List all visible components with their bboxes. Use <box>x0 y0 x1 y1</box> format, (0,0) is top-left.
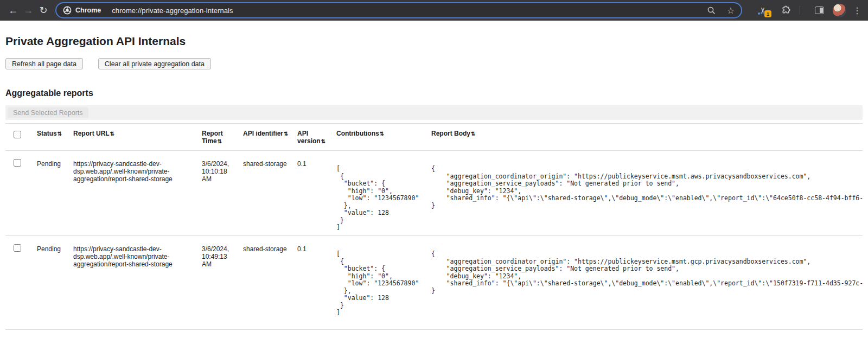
row-checkbox[interactable] <box>14 244 21 252</box>
site-label: Chrome <box>75 7 101 14</box>
url-text[interactable]: chrome://private-aggregation-internals <box>112 7 233 15</box>
header-contributions[interactable]: Contributions⇅ <box>336 124 431 151</box>
reload-button[interactable]: ↻ <box>36 3 51 18</box>
zoom-icon[interactable] <box>707 6 716 15</box>
status-cell: Pending <box>37 151 73 236</box>
screenshot-extension-button[interactable]: ✂ 1 <box>756 3 770 18</box>
back-icon: ← <box>8 5 18 16</box>
sort-icon: ⇅ <box>471 131 475 137</box>
report-body-cell: { "aggregation_coordinator_origin": "htt… <box>431 236 863 330</box>
report-url-cell: https://privacy-sandcastle-dev-dsp.web.a… <box>73 151 202 236</box>
header-report-body[interactable]: Report Body⇅ <box>431 124 863 151</box>
aggregatable-reports-heading: Aggregatable reports <box>5 88 868 98</box>
forward-button[interactable]: → <box>21 3 36 18</box>
back-button[interactable]: ← <box>5 3 21 18</box>
header-report-url[interactable]: Report URL⇅ <box>73 124 202 151</box>
select-all-checkbox[interactable] <box>14 131 21 138</box>
contributions-cell: [ { "bucket": { "high": "0", "low": "123… <box>336 236 431 330</box>
table-toolbar: Send Selected Reports <box>5 105 863 120</box>
report-body-json: { "aggregation_coordinator_origin": "htt… <box>431 165 863 209</box>
side-panel-icon <box>815 7 824 14</box>
profile-avatar[interactable] <box>833 4 846 17</box>
sort-icon: ⇅ <box>218 138 222 144</box>
header-report-time[interactable]: Report Time⇅ <box>202 124 243 151</box>
table-row: Pending https://privacy-sandcastle-dev-d… <box>5 236 863 330</box>
reload-icon: ↻ <box>39 4 47 16</box>
contributions-json: [ { "bucket": { "high": "0", "low": "123… <box>336 251 423 317</box>
browser-menu-button[interactable]: ⋮ <box>852 5 863 16</box>
bookmark-star-icon[interactable]: ☆ <box>727 5 735 16</box>
row-checkbox[interactable] <box>14 159 21 167</box>
reports-table: Status⇅ Report URL⇅ Report Time⇅ API ide… <box>5 123 863 330</box>
api-identifier-cell: shared-storage <box>243 236 297 330</box>
toolbar-separator <box>800 6 800 15</box>
clear-all-button[interactable]: Clear all private aggregation data <box>98 58 211 69</box>
extensions-button[interactable] <box>778 3 792 18</box>
contributions-json: [ { "bucket": { "high": "0", "low": "123… <box>336 165 423 232</box>
report-time-cell: 3/6/2024, 10:10:18 AM <box>202 151 243 236</box>
table-row: Pending https://privacy-sandcastle-dev-d… <box>5 151 863 236</box>
api-version-cell: 0.1 <box>297 236 336 330</box>
sort-icon: ⇅ <box>321 138 326 144</box>
refresh-all-button[interactable]: Refresh all page data <box>5 58 83 69</box>
contributions-cell: [ { "bucket": { "high": "0", "low": "123… <box>336 151 431 236</box>
api-identifier-cell: shared-storage <box>243 151 297 236</box>
browser-toolbar: ← → ↻ Chrome chrome://private-aggregatio… <box>0 0 868 21</box>
header-api-identifier[interactable]: API identifier⇅ <box>243 124 297 151</box>
puzzle-icon <box>780 5 790 16</box>
sort-icon: ⇅ <box>58 131 62 137</box>
scissors-blue-dot <box>758 12 760 15</box>
api-version-cell: 0.1 <box>297 151 336 236</box>
status-cell: Pending <box>37 236 73 330</box>
page-title: Private Aggregation API Internals <box>5 35 868 48</box>
send-selected-reports-button[interactable]: Send Selected Reports <box>8 107 88 118</box>
table-header-row: Status⇅ Report URL⇅ Report Time⇅ API ide… <box>5 124 863 151</box>
forward-icon: → <box>23 5 33 16</box>
header-status[interactable]: Status⇅ <box>37 124 73 151</box>
kebab-menu-icon: ⋮ <box>853 6 861 15</box>
sort-icon: ⇅ <box>284 131 288 137</box>
page-actions: Refresh all page data Clear all private … <box>5 58 868 69</box>
chrome-logo-icon <box>63 6 72 15</box>
report-time-cell: 3/6/2024, 10:49:13 AM <box>202 236 243 330</box>
report-body-json: { "aggregation_coordinator_origin": "htt… <box>431 251 863 295</box>
address-bar[interactable]: Chrome chrome://private-aggregation-inte… <box>55 2 742 18</box>
sort-icon: ⇅ <box>380 131 384 137</box>
extension-badge: 1 <box>764 10 771 17</box>
report-url-cell: https://privacy-sandcastle-dev-dsp.web.a… <box>73 236 202 330</box>
report-body-cell: { "aggregation_coordinator_origin": "htt… <box>431 151 863 236</box>
side-panel-button[interactable] <box>812 3 826 18</box>
header-api-version[interactable]: API version⇅ <box>297 124 336 151</box>
sort-icon: ⇅ <box>110 131 114 137</box>
